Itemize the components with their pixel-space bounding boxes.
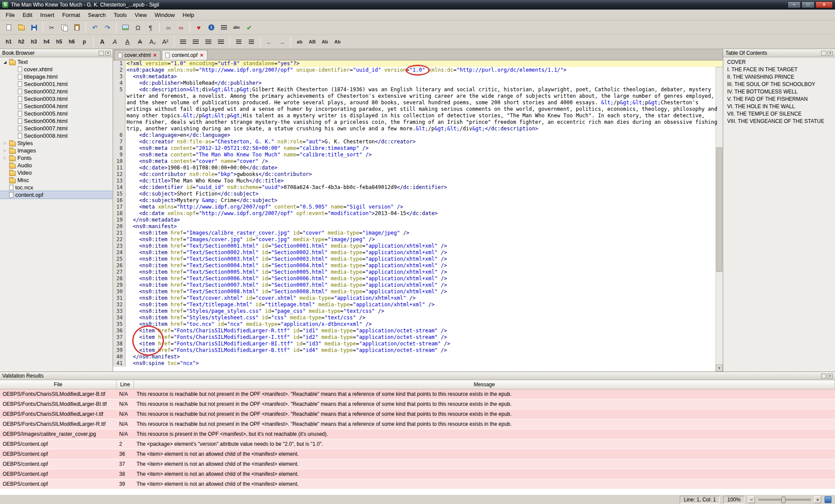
validation-row[interactable]: OEBPS/Images/calibre_raster_cover.jpg N/… — [0, 429, 835, 439]
code-line[interactable]: 6 <dc:language>en</dc:language> — [113, 132, 723, 139]
code-line[interactable]: 28 <ns0:item href="Text/Section0006.html… — [113, 275, 723, 282]
code-line[interactable]: 20 <ns0:manifest> — [113, 223, 723, 230]
toc-entry[interactable]: VIII. THE VENGEANCE OF THE STATUE — [727, 118, 835, 125]
code-line[interactable]: 35 <ns0:item href="toc.ncx" id="ncx" med… — [113, 321, 723, 328]
code-line[interactable]: 14 <dc:identifier id="uuid_id" ns0:schem… — [113, 184, 723, 191]
statusbar-corner-icon[interactable] — [825, 496, 832, 503]
close-button[interactable]: × — [815, 1, 833, 8]
tree-item-Section0006.html[interactable]: Section0006.html — [0, 117, 113, 125]
strikethrough-button[interactable]: A — [134, 36, 146, 48]
menu-file[interactable]: File — [2, 10, 19, 20]
tree-expander-icon[interactable]: ▷ — [3, 156, 7, 160]
tree-item-Section0003.html[interactable]: Section0003.html — [0, 95, 113, 103]
subscript-button[interactable]: A₂ — [147, 36, 159, 48]
tree-item-Audio[interactable]: Audio — [0, 162, 113, 169]
save-button[interactable] — [28, 22, 40, 33]
menu-help[interactable]: Help — [179, 10, 198, 20]
toc-entry[interactable]: V. THE FAD OF THE FISHERMAN — [727, 96, 835, 103]
code-line[interactable]: 5 <dc:description>&lt;div&gt;&lt;p&gt;Gi… — [113, 86, 723, 132]
validation-row[interactable]: OEBPS/content.opf 38 The <item> element … — [0, 469, 835, 479]
insert-image-button[interactable] — [119, 22, 131, 33]
code-line[interactable]: 21 <ns0:item href="Images/calibre_raster… — [113, 230, 723, 236]
close-panel-icon[interactable]: × — [828, 374, 833, 378]
redo-button[interactable]: ↷ — [101, 22, 114, 33]
undock-panel-icon[interactable] — [821, 51, 826, 56]
validation-row[interactable]: OEBPS/Fonts/CharisSILModifiedLarger-B.tt… — [0, 389, 835, 399]
insert-paragraph-button[interactable]: ¶ — [144, 22, 157, 33]
close-panel-icon[interactable]: × — [828, 51, 833, 56]
tree-expander-icon[interactable]: ◢ — [3, 60, 7, 64]
code-line[interactable]: 16 <dc:subject>Mystery &amp; Crime</dc:s… — [113, 197, 723, 204]
validation-row[interactable]: OEBPS/Fonts/CharisSILModifiedLarger-R.tt… — [0, 419, 835, 429]
tree-item-Section0001.html[interactable]: Section0001.html — [0, 80, 113, 88]
cut-button[interactable]: ✂ — [46, 22, 58, 33]
validation-row[interactable]: OEBPS/content.opf 36 The <item> element … — [0, 449, 835, 459]
undock-panel-icon[interactable] — [821, 374, 826, 378]
titlecase-button[interactable]: Ab — [319, 36, 331, 48]
menu-format[interactable]: Format — [58, 10, 84, 20]
code-line[interactable]: 22 <ns0:item href="Images/cover.jpg" id=… — [113, 236, 723, 243]
zoom-slider-thumb[interactable] — [782, 497, 785, 503]
minimize-button[interactable]: – — [788, 1, 801, 8]
toc-entry[interactable]: II. THE VANISHING PRINCE — [727, 73, 835, 81]
code-line[interactable]: 25 <ns0:item href="Text/Section0003.html… — [113, 256, 723, 262]
validate-epub-button[interactable]: ✔ — [243, 22, 255, 33]
toc-entry[interactable]: VI. THE HOLE IN THE WALL — [727, 103, 835, 110]
toc-entry[interactable]: COVER — [727, 59, 835, 66]
code-line[interactable]: 4 <dc:publisher>MobileRead</dc:publisher… — [113, 80, 723, 86]
superscript-button[interactable]: A² — [159, 36, 171, 48]
heading-h4-button[interactable]: h4 — [40, 36, 53, 48]
validation-column-message[interactable]: Message — [134, 380, 835, 389]
validation-column-line[interactable]: Line — [117, 380, 134, 389]
toc-entry[interactable]: VII. THE TEMPLE OF SILENCE — [727, 110, 835, 118]
code-line[interactable]: 13 <dc:title>The Man Who Knew Too Much</… — [113, 178, 723, 184]
heading-h5-button[interactable]: h5 — [53, 36, 65, 48]
code-line[interactable]: 18 <dc:date xmlns:opf="http://www.idpf.o… — [113, 210, 723, 217]
underline-button[interactable]: A — [121, 36, 134, 48]
tree-item-Styles[interactable]: ▷Styles — [0, 139, 113, 147]
tree-expander-icon[interactable]: ▷ — [3, 141, 7, 145]
bullet-list-button[interactable] — [233, 36, 245, 48]
code-line[interactable]: 26 <ns0:item href="Text/Section0004.html… — [113, 262, 723, 269]
align-right-button[interactable] — [202, 36, 214, 48]
code-line[interactable]: 11 <dc:date>1908-01-01T08:00:00+00:00</d… — [113, 165, 723, 171]
code-line[interactable]: 29 <ns0:item href="Text/Section0007.html… — [113, 282, 723, 288]
bold-button[interactable]: A — [96, 36, 108, 48]
zoom-in-button[interactable]: + — [814, 496, 821, 503]
validation-row[interactable]: OEBPS/Fonts/CharisSILModifiedLarger-I.tt… — [0, 409, 835, 419]
tree-item-Fonts[interactable]: ▷Fonts — [0, 154, 113, 162]
validation-row[interactable]: OEBPS/content.opf 2 The <package> elemen… — [0, 439, 835, 449]
donate-button[interactable]: ♥ — [193, 22, 205, 33]
code-line[interactable]: 31 <ns0:item href="Text/cover.xhtml" id=… — [113, 295, 723, 302]
tree-item-Misc[interactable]: Misc — [0, 176, 113, 184]
tree-item-Section0002.html[interactable]: Section0002.html — [0, 88, 113, 95]
italic-button[interactable]: A — [109, 36, 121, 48]
menu-search[interactable]: Search — [84, 10, 110, 20]
code-line[interactable]: 15 <dc:subject>Short Fiction</dc:subject… — [113, 191, 723, 197]
code-line[interactable]: 36 <item href="Fonts/CharisSILModifiedLa… — [113, 328, 723, 334]
code-line[interactable]: 17 <meta xmlns="http://www.idpf.org/2007… — [113, 204, 723, 210]
tree-item-Images[interactable]: ▷Images — [0, 147, 113, 154]
heading-h3-button[interactable]: h3 — [28, 36, 40, 48]
metadata-editor-button[interactable] — [205, 22, 217, 33]
copy-button[interactable] — [58, 22, 70, 33]
validation-row[interactable]: OEBPS/content.opf 39 The <item> element … — [0, 479, 835, 489]
code-line[interactable]: 7 <dc:creator ns0:file-as="Chesterton, G… — [113, 139, 723, 145]
back-button[interactable]: ← — [263, 36, 275, 48]
lowercase-button[interactable]: ab — [294, 36, 306, 48]
code-line[interactable]: 23 <ns0:item href="Text/Section0001.html… — [113, 243, 723, 249]
insert-link-button[interactable]: ∞ — [162, 22, 174, 33]
tree-expander-icon[interactable]: ▷ — [3, 149, 7, 153]
tree-item-Section0007.html[interactable]: Section0007.html — [0, 125, 113, 132]
zoom-slider[interactable] — [758, 499, 811, 501]
forward-button[interactable]: → — [276, 36, 288, 48]
tab-cover.xhtml[interactable]: cover.xhtml ✕ — [114, 50, 160, 60]
code-line[interactable]: 32 <ns0:item href="Text/titlepage.html" … — [113, 302, 723, 308]
tree-item-Video[interactable]: Video — [0, 169, 113, 176]
validation-column-file[interactable]: File — [0, 380, 117, 389]
tree-item-Text[interactable]: ◢Text — [0, 58, 113, 66]
heading-p-button[interactable]: p — [78, 36, 90, 48]
code-line[interactable]: 9 <ns0:meta content="The Man Who Knew To… — [113, 152, 723, 158]
align-center-button[interactable] — [190, 36, 202, 48]
tree-item-Section0008.html[interactable]: Section0008.html — [0, 132, 113, 139]
